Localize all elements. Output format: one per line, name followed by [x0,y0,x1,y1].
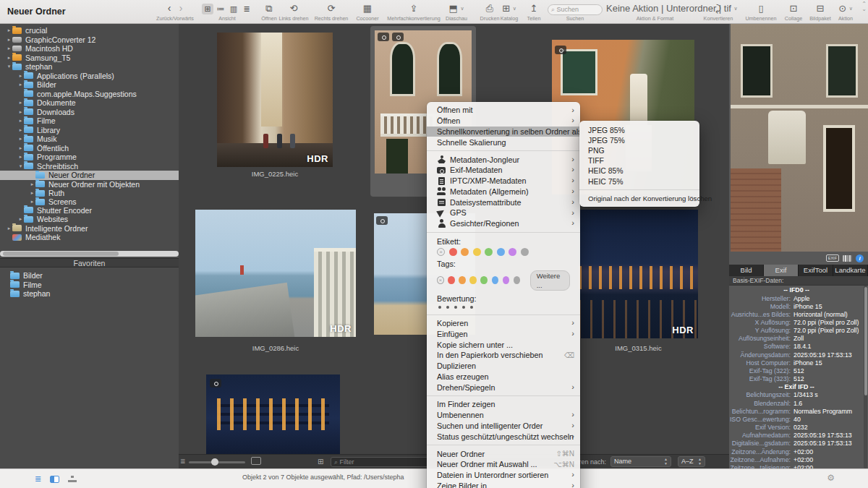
menu-item[interactable]: IPTC/XMP-Metadaten › [427,176,580,187]
disclosure-triangle-icon[interactable] [17,163,24,169]
menu-item[interactable]: Schnelle Skalierung › [427,137,580,147]
view-grid-button[interactable]: ⊞ [202,4,213,14]
sidebar-item[interactable]: Downloads [0,108,179,117]
menu-item[interactable]: Suchen und intelligenter Order › [427,421,580,432]
sidebar-item[interactable]: stephan [0,62,179,72]
disclosure-triangle-icon[interactable] [6,37,12,43]
menu-item[interactable]: Umbenennen › [427,410,580,421]
sidebar-item[interactable]: Musik [0,134,179,144]
preview-image[interactable] [731,24,868,252]
favorite-item[interactable]: Bilder [0,271,179,281]
multi-convert-button[interactable]: ⇪ Mehrfachkonvertierung [379,2,448,22]
disclosure-triangle-icon[interactable] [17,73,24,79]
rotate-left-button[interactable]: ⟲ Links drehen [276,2,311,22]
view-details-button[interactable]: ≣ [241,4,252,14]
menu-item[interactable]: Kopie sichern unter ... › [427,339,580,350]
rating-dots[interactable] [427,304,580,312]
menu-item[interactable]: Dateisystemattribute › [427,197,580,207]
disclosure-triangle-icon[interactable] [17,118,24,124]
sidebar-toggle-icon[interactable] [50,476,59,483]
menu-item[interactable]: Exif-Metadaten › [427,165,580,176]
rotate-right-button[interactable]: ⟳ Rechts drehen [312,2,350,22]
convert-button[interactable]: ⤸ Konvertieren [699,2,738,22]
sidebar-item[interactable]: Programme [0,153,179,162]
sidebar-item[interactable]: Websites [0,215,179,224]
disclosure-triangle-icon[interactable] [17,109,24,115]
sidebar-item[interactable]: Applications (Parallels) [0,72,179,81]
rename-button[interactable]: ▯ Umbenennen [740,2,782,22]
sidebar-item[interactable]: Bilder [0,80,179,90]
hscrollbar-thumb[interactable] [3,252,119,256]
clear-label-icon[interactable]: × [437,248,445,256]
disclosure-triangle-icon[interactable] [17,82,24,87]
view-list-button[interactable]: ≔ [215,4,226,14]
menu-item[interactable]: Öffnen mit › [427,105,580,116]
sidebar-item[interactable]: Samsung_T5 [0,53,179,63]
thumbnail-img-0225[interactable]: HDR [217,33,333,167]
sort-dropdown[interactable]: Name▲▼ [610,456,671,467]
thumbnail-night-building[interactable] [206,374,340,454]
favorite-item[interactable]: Filme [0,281,179,290]
share-button[interactable]: ↥ Teilen [521,2,547,22]
submenu-item[interactable]: HEIC 85% [579,166,699,176]
disclosure-triangle-icon[interactable] [6,46,12,51]
sidebar-item[interactable]: Mediathek [0,233,179,242]
sidebar-item[interactable]: Filme [0,116,179,126]
menu-item[interactable]: Neuer Ordner › ⇧⌘N [427,448,580,459]
menu-item[interactable]: Kopieren › [427,318,580,329]
menu-item[interactable]: Neuer Ordner mit Auswahl ... › ⌥⌘N [427,459,580,470]
disclosure-triangle-icon[interactable] [29,190,35,196]
exif-badge-icon[interactable]: EXIF [826,254,839,262]
color-dot[interactable] [503,276,510,284]
color-dot[interactable] [485,248,493,256]
menu-item[interactable]: Alias erzeugen › [427,372,580,382]
menu-item[interactable]: In den Papierkorb verschieben › ⌫ [427,350,580,361]
submenu-item[interactable]: JPEG 75% [579,135,699,145]
slider-knob[interactable] [211,458,218,466]
thumbnail-img-0286[interactable]: HDR [195,210,356,337]
submenu-item[interactable]: Original nach der Konvertierung löschen [579,193,699,203]
color-dot[interactable] [497,248,505,256]
forward-button[interactable]: › [175,2,187,14]
color-dot[interactable] [459,276,466,284]
menu-item[interactable]: GPS › [427,207,580,218]
color-dot[interactable] [469,276,477,284]
disclosure-triangle-icon[interactable] [17,127,24,133]
sidebar-item[interactable]: Dokumente [0,98,179,108]
color-dot[interactable] [473,248,481,256]
info-tab[interactable]: Landkarte [833,265,868,276]
list-view-icon[interactable]: ≣ [35,474,41,484]
disclosure-triangle-icon[interactable] [17,154,24,160]
menu-item[interactable]: Gesichter/Regionen › [427,218,580,229]
menu-item[interactable]: Einfügen › [427,328,580,339]
disclosure-triangle-icon[interactable] [29,199,35,205]
sidebar-item[interactable]: Library [0,126,179,135]
weitere-button[interactable]: Weitere ... [530,270,570,291]
sidebar-item[interactable]: GraphicConverter 12 [0,35,179,45]
color-dot[interactable] [521,248,529,256]
disclosure-triangle-icon[interactable] [29,181,35,187]
menu-item[interactable]: Duplizieren › [427,361,580,372]
thumbnail-img-0315[interactable]: HDR [579,210,698,338]
collage-button[interactable]: ⊡ Collage [779,2,808,22]
favorite-item[interactable]: stephan [0,289,179,299]
color-dot[interactable] [514,276,521,284]
sidebar-item[interactable]: crucial [0,26,179,35]
pane-grip-icon[interactable]: ≣ [180,458,186,465]
sort-direction-dropdown[interactable]: A–Z▲▼ [678,456,705,467]
sidebar-item[interactable]: Shutter Encoder [0,206,179,215]
color-dot[interactable] [492,276,499,284]
action-button[interactable]: ⊙ ∨ Aktion [832,2,859,22]
catalog-button[interactable]: ⊞ ∨ Katalog [494,2,524,22]
sidebar-hscrollbar[interactable] [0,251,179,257]
gear-icon[interactable]: ⚙ [827,473,835,483]
menu-item[interactable]: Schnellkonvertierung in selben Ordner al… [427,127,580,137]
disclosure-triangle-icon[interactable] [6,64,12,69]
sidebar-item[interactable]: Öffentlich [0,144,179,153]
submenu-item[interactable]: TIFF [579,156,699,166]
sidebar-item[interactable]: Schreibtisch [0,162,179,171]
disclosure-triangle-icon[interactable] [17,100,24,106]
info-tab[interactable]: Bild [729,265,764,276]
menu-item[interactable]: Metadaten-Jongleur › [427,154,580,165]
info-icon[interactable]: i [856,254,864,262]
